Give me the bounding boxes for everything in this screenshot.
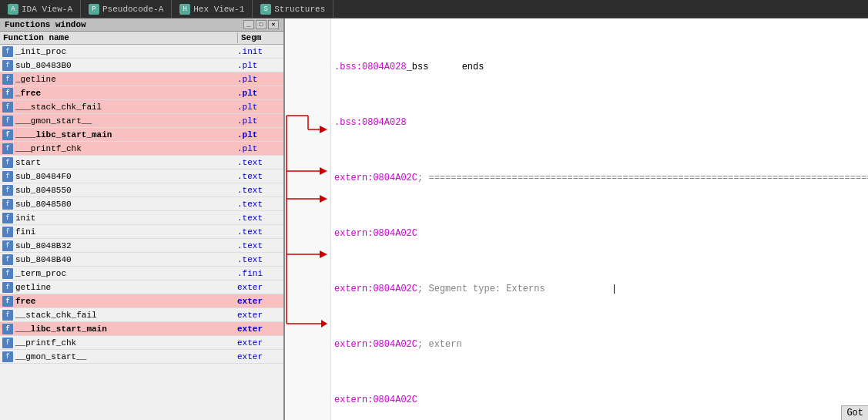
function-row[interactable]: ffreeexter — [0, 294, 283, 308]
function-icon: f — [2, 185, 13, 196]
function-row[interactable]: f____libc_start_main.plt — [0, 128, 283, 142]
function-name: ____libc_start_main — [15, 130, 237, 139]
function-name: ___printf_chk — [15, 144, 237, 153]
function-icon: f — [2, 254, 13, 265]
function-segment: .plt — [237, 130, 283, 139]
function-row[interactable]: fsub_8048B40.text — [0, 253, 283, 267]
function-segment: exter — [237, 338, 283, 348]
function-row[interactable]: fsub_8048580.text — [0, 197, 283, 211]
function-segment: exter — [237, 311, 283, 320]
function-icon: f — [2, 60, 13, 71]
function-segment: .text — [237, 227, 283, 237]
ida-view-icon: A — [8, 4, 18, 15]
function-row[interactable]: finit.text — [0, 211, 283, 225]
function-name: free — [15, 297, 237, 306]
function-row[interactable]: f__gmon_start__exter — [0, 350, 283, 364]
function-segment: .text — [237, 213, 283, 223]
function-segment: .text — [237, 172, 283, 181]
function-name: getline — [15, 283, 237, 292]
addr: extern:0804A02C — [334, 227, 417, 240]
code-line: extern:0804A02C ; ======================… — [331, 171, 868, 185]
function-name: init — [15, 213, 237, 223]
code-area[interactable]: .bss:0804A028 _bss ends .bss:0804A028 ex… — [285, 18, 868, 420]
structures-icon: S — [260, 4, 271, 15]
tab-structures[interactable]: S Structures — [253, 0, 333, 18]
function-name: sub_8048B40 — [15, 255, 237, 264]
function-icon: f — [2, 213, 13, 223]
function-segment: .text — [237, 241, 283, 250]
minimize-button[interactable]: _ — [243, 20, 254, 29]
function-icon: f — [2, 102, 13, 113]
tab-hex-view[interactable]: H Hex View-1 — [172, 0, 253, 18]
function-row[interactable]: f___libc_start_mainexter — [0, 322, 283, 336]
arrow-svg — [285, 18, 331, 419]
functions-list[interactable]: f_init_proc.initfsub_80483B0.pltf_getlin… — [0, 45, 283, 420]
function-segment: .text — [237, 158, 283, 167]
col-function-name: Function name — [0, 32, 237, 43]
svg-marker-6 — [320, 167, 327, 175]
maximize-button[interactable]: □ — [256, 20, 266, 29]
function-segment: .init — [237, 47, 283, 56]
function-name: sub_80484F0 — [15, 172, 237, 181]
arrow-gutter — [285, 18, 331, 420]
function-icon: f — [2, 227, 13, 237]
function-row[interactable]: f_free.plt — [0, 86, 283, 100]
functions-panel: Functions window _ □ × Function name Seg… — [0, 18, 285, 420]
function-name: __gmon_start__ — [15, 352, 237, 361]
function-icon: f — [2, 74, 13, 85]
addr: extern:0804A02C — [334, 171, 417, 185]
function-name: __stack_chk_fail — [15, 311, 237, 320]
svg-marker-16 — [321, 320, 327, 328]
function-name: start — [15, 158, 237, 167]
function-icon: f — [2, 310, 13, 321]
function-name: sub_8048B32 — [15, 241, 237, 250]
function-row[interactable]: f__printf_chkexter — [0, 336, 283, 350]
got-text: Got — [846, 408, 863, 418]
function-row[interactable]: fstart.text — [0, 156, 283, 170]
function-row[interactable]: fsub_8048550.text — [0, 183, 283, 197]
addr: extern:0804A02C — [334, 338, 417, 351]
pseudocode-icon: P — [89, 4, 99, 15]
function-row[interactable]: fsub_8048B32.text — [0, 239, 283, 253]
function-name: ___libc_start_main — [15, 324, 237, 334]
function-segment: .plt — [237, 116, 283, 126]
code-content: .bss:0804A028 _bss ends .bss:0804A028 ex… — [331, 18, 868, 420]
close-button[interactable]: × — [268, 20, 279, 29]
function-row[interactable]: f___printf_chk.plt — [0, 142, 283, 156]
tab-ida-view-label: IDA View-A — [22, 5, 72, 14]
function-icon: f — [2, 338, 13, 348]
function-row[interactable]: f_init_proc.init — [0, 45, 283, 59]
function-segment: .text — [237, 186, 283, 195]
function-name: _free — [15, 89, 237, 98]
tab-structures-label: Structures — [274, 5, 325, 14]
function-icon: f — [2, 116, 13, 126]
function-icon: f — [2, 46, 13, 57]
addr: .bss:0804A028 — [334, 116, 407, 129]
function-segment: exter — [237, 283, 283, 292]
tab-ida-view[interactable]: A IDA View-A — [0, 0, 81, 18]
function-segment: .text — [237, 255, 283, 264]
function-row[interactable]: fgetlineexter — [0, 281, 283, 294]
function-row[interactable]: f___stack_chk_fail.plt — [0, 100, 283, 114]
function-row[interactable]: ffini.text — [0, 225, 283, 239]
function-icon: f — [2, 268, 13, 279]
tab-pseudocode-label: Pseudocode-A — [102, 5, 163, 14]
function-row[interactable]: f_getline.plt — [0, 72, 283, 86]
function-segment: .fini — [237, 269, 283, 278]
code-line: .bss:0804A028 — [331, 116, 868, 129]
function-segment: .plt — [237, 89, 283, 98]
function-row[interactable]: fsub_80483B0.plt — [0, 59, 283, 72]
tab-pseudocode[interactable]: P Pseudocode-A — [81, 0, 172, 18]
function-segment: .text — [237, 200, 283, 209]
function-icon: f — [2, 143, 13, 154]
function-row[interactable]: fsub_80484F0.text — [0, 170, 283, 183]
function-row[interactable]: f_term_proc.fini — [0, 267, 283, 281]
function-icon: f — [2, 240, 13, 251]
function-segment: exter — [237, 324, 283, 334]
top-tab-bar: A IDA View-A P Pseudocode-A H Hex View-1… — [0, 0, 868, 18]
function-row[interactable]: f__stack_chk_failexter — [0, 308, 283, 322]
function-icon: f — [2, 282, 13, 293]
function-name: _getline — [15, 75, 237, 84]
functions-header: Function name Segm — [0, 32, 283, 45]
function-row[interactable]: f___gmon_start__.plt — [0, 114, 283, 128]
